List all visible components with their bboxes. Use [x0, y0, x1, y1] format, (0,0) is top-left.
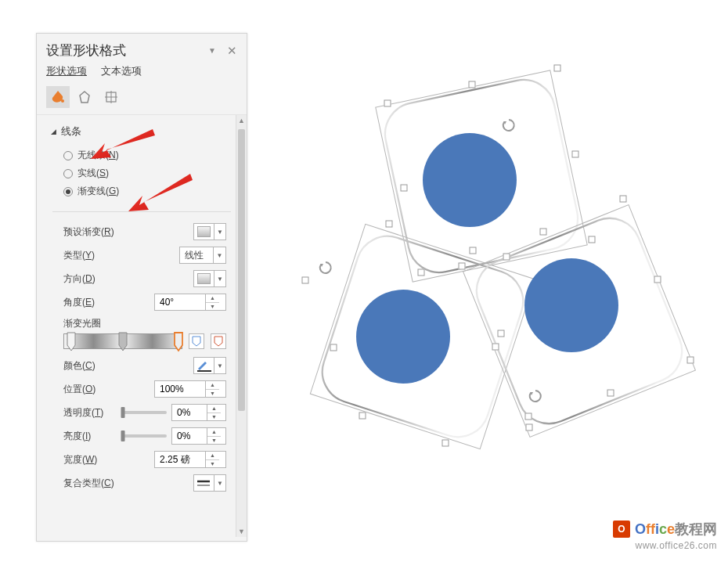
gradient-stop[interactable] — [67, 332, 76, 352]
row-angle: 角度(E) ▲▼ — [37, 290, 247, 314]
effects-icon[interactable] — [73, 86, 96, 108]
resize-handle[interactable] — [330, 344, 337, 351]
radio-gradient-line[interactable]: 渐变线(G) — [63, 182, 229, 200]
spin-up[interactable]: ▲ — [207, 428, 221, 437]
transparency-spinner[interactable]: ▲▼ — [171, 404, 226, 421]
resize-handle[interactable] — [498, 330, 505, 337]
resize-handle[interactable] — [386, 221, 393, 228]
resize-handle[interactable] — [526, 424, 533, 431]
spin-down[interactable]: ▼ — [207, 437, 221, 445]
gradient-stop[interactable] — [118, 332, 128, 352]
position-input[interactable] — [155, 384, 205, 394]
gradient-stops-label: 渐变光圈 — [63, 317, 226, 330]
spin-up[interactable]: ▲ — [206, 294, 219, 303]
spin-down[interactable]: ▼ — [207, 413, 221, 421]
type-value: 线性 — [180, 249, 213, 262]
panel-content: ◢ 线条 无线条(N) 实线(S) 渐变线(G) 预设渐变(R) ▼ — [37, 114, 247, 537]
panel-header: 设置形状格式 ▼ ✕ — [37, 34, 247, 64]
panel-close-button[interactable]: ✕ — [227, 44, 237, 58]
radio-icon — [63, 151, 73, 160]
resize-handle[interactable] — [384, 100, 391, 107]
remove-stop-button[interactable] — [211, 333, 226, 349]
tab-shape-options[interactable]: 形状选项 — [46, 64, 87, 78]
radio-solid-line[interactable]: 实线(S) — [63, 164, 229, 182]
direction-dropdown[interactable]: ▼ — [193, 270, 226, 287]
resize-handle[interactable] — [620, 196, 627, 203]
chevron-down-icon: ▼ — [214, 358, 225, 373]
row-type: 类型(Y) 线性 ▼ — [37, 243, 247, 267]
watermark: O Office教程网 www.office26.com — [613, 520, 717, 551]
category-icons — [37, 85, 247, 114]
gradient-stop-selected[interactable] — [174, 332, 183, 352]
resize-handle[interactable] — [470, 247, 477, 254]
angle-input[interactable] — [155, 297, 205, 308]
spin-down[interactable]: ▼ — [206, 460, 219, 468]
spin-up[interactable]: ▲ — [206, 452, 219, 460]
panel-menu-chevron[interactable]: ▼ — [208, 46, 216, 55]
size-properties-icon[interactable] — [99, 86, 123, 108]
scroll-down-arrow[interactable]: ▼ — [236, 526, 247, 537]
fill-line-icon[interactable] — [46, 86, 70, 108]
position-spinner[interactable]: ▲▼ — [154, 380, 226, 398]
watermark-title: Office教程网 — [635, 520, 717, 539]
resize-handle[interactable] — [442, 440, 449, 447]
row-position: 位置(O) ▲▼ — [37, 377, 247, 401]
section-line-label: 线条 — [61, 124, 81, 139]
chevron-down-icon: ▼ — [214, 271, 225, 286]
type-dropdown[interactable]: 线性 ▼ — [179, 247, 226, 264]
width-spinner[interactable]: ▲▼ — [154, 451, 226, 468]
panel-title: 设置形状格式 — [46, 41, 126, 59]
resize-handle[interactable] — [572, 151, 579, 158]
resize-handle[interactable] — [554, 65, 561, 72]
gradient-stops-section: 渐变光圈 — [37, 314, 247, 354]
scroll-thumb[interactable] — [238, 129, 245, 411]
tab-text-options[interactable]: 文本选项 — [101, 64, 142, 78]
resize-handle[interactable] — [418, 269, 425, 276]
resize-handle[interactable] — [492, 344, 499, 351]
preset-gradient-dropdown[interactable]: ▼ — [193, 223, 226, 240]
svg-point-14 — [356, 290, 450, 384]
scroll-up-arrow[interactable]: ▲ — [236, 115, 247, 126]
resize-handle[interactable] — [540, 229, 547, 236]
transparency-slider[interactable] — [123, 411, 167, 414]
row-brightness: 亮度(I) ▲▼ — [37, 424, 247, 448]
angle-spinner[interactable]: ▲▼ — [154, 294, 226, 311]
spin-up[interactable]: ▲ — [207, 405, 221, 413]
resize-handle[interactable] — [589, 236, 596, 243]
resize-handle[interactable] — [469, 81, 476, 88]
transparency-input[interactable] — [172, 407, 207, 418]
resize-handle[interactable] — [302, 277, 309, 284]
resize-handle[interactable] — [654, 276, 661, 283]
spin-down[interactable]: ▼ — [206, 390, 219, 398]
resize-handle[interactable] — [687, 357, 694, 364]
spin-up[interactable]: ▲ — [206, 381, 219, 390]
compound-type-dropdown[interactable]: ▼ — [193, 474, 226, 492]
resize-handle[interactable] — [503, 254, 510, 261]
resize-handle[interactable] — [359, 412, 366, 420]
row-compound-type: 复合类型(C) ▼ — [37, 471, 247, 495]
caret-icon: ◢ — [51, 128, 56, 135]
section-line-header[interactable]: ◢ 线条 — [37, 121, 247, 146]
row-width: 宽度(W) ▲▼ — [37, 448, 247, 471]
resize-handle[interactable] — [525, 413, 532, 420]
radio-no-line[interactable]: 无线条(N) — [63, 146, 229, 164]
line-type-radio-group: 无线条(N) 实线(S) 渐变线(G) — [37, 146, 247, 208]
slide-canvas[interactable] — [266, 23, 728, 562]
color-dropdown[interactable]: ▼ — [193, 357, 226, 374]
resize-handle[interactable] — [459, 263, 466, 270]
resize-handle[interactable] — [401, 185, 408, 192]
gradient-stops-bar[interactable] — [63, 333, 182, 349]
rotate-handle[interactable] — [502, 118, 516, 132]
spin-down[interactable]: ▼ — [206, 303, 219, 311]
width-input[interactable] — [155, 454, 205, 465]
brightness-spinner[interactable]: ▲▼ — [171, 427, 226, 445]
brightness-slider[interactable] — [123, 434, 167, 438]
divider — [52, 211, 231, 212]
panel-scrollbar[interactable]: ▲ ▼ — [236, 115, 247, 537]
brightness-input[interactable] — [172, 431, 207, 441]
add-stop-button[interactable] — [189, 333, 204, 349]
rotate-handle[interactable] — [528, 389, 542, 403]
rotate-handle[interactable] — [319, 261, 333, 275]
resize-handle[interactable] — [607, 390, 614, 397]
row-direction: 方向(D) ▼ — [37, 267, 247, 290]
